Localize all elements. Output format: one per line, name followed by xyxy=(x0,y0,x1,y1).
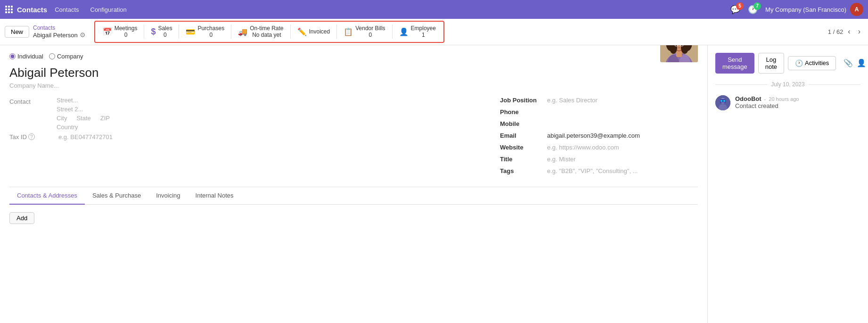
right-col: Job Position e.g. Sales Director Phone M… xyxy=(500,97,698,179)
country-field[interactable]: Country xyxy=(57,124,486,131)
tab-contacts-addresses[interactable]: Contacts & Addresses xyxy=(9,187,85,205)
title-field[interactable]: e.g. Mister xyxy=(547,156,698,163)
attachment-icon[interactable]: 📎 xyxy=(843,58,853,67)
contact-photo-area[interactable] xyxy=(660,45,698,62)
app-grid-icon[interactable] xyxy=(5,5,13,14)
email-field[interactable]: abigail.peterson39@example.com xyxy=(547,132,698,139)
ontime-count: No data yet xyxy=(250,32,283,38)
page-separator: / xyxy=(833,28,836,35)
activity-notification-icon[interactable]: 🕐 7 xyxy=(748,5,758,15)
company-switcher[interactable]: My Company (San Francisco) xyxy=(765,6,846,13)
vendor-bills-label: Vendor Bills xyxy=(355,25,385,32)
svg-rect-1 xyxy=(8,6,10,8)
smart-btn-sales[interactable]: $ Sales 0 xyxy=(146,23,177,41)
job-position-field[interactable]: e.g. Sales Director xyxy=(547,97,698,104)
city-field[interactable]: City xyxy=(57,115,67,122)
message-body: OdooBot - 20 hours ago Contact created xyxy=(735,95,860,110)
website-field[interactable]: e.g. https://www.odoo.com xyxy=(547,144,698,151)
company-name-field[interactable]: Company Name... xyxy=(9,82,698,89)
action-bar: New Contacts Abigail Peterson ⚙ 📅 Meetin… xyxy=(0,19,868,45)
ontime-label: On-time Rate xyxy=(250,25,283,32)
smart-btn-invoiced[interactable]: ✏️ Invoiced xyxy=(293,25,335,38)
website-row: Website e.g. https://www.odoo.com xyxy=(500,144,698,151)
next-page-button[interactable]: › xyxy=(855,26,863,37)
smart-buttons-bar: 📅 Meetings 0 $ Sales 0 💳 Purchases 0 xyxy=(94,21,444,43)
tab-sales-purchase[interactable]: Sales & Purchase xyxy=(85,187,148,205)
smart-btn-meetings[interactable]: 📅 Meetings 0 xyxy=(98,23,142,41)
employee-label: Employee xyxy=(411,25,436,32)
separator xyxy=(336,25,337,39)
svg-rect-7 xyxy=(8,11,10,13)
job-position-row: Job Position e.g. Sales Director xyxy=(500,97,698,104)
settings-gear-icon[interactable]: ⚙ xyxy=(80,31,86,39)
svg-rect-8 xyxy=(11,11,13,13)
tax-id-row: Tax ID ? e.g. BE0477472701 xyxy=(9,133,486,141)
message-notification-icon[interactable]: 💬 5 xyxy=(730,5,740,15)
smart-btn-purchases[interactable]: 💳 Purchases 0 xyxy=(181,23,229,41)
sales-icon: $ xyxy=(151,27,156,37)
sales-label: Sales xyxy=(158,25,172,32)
svg-rect-6 xyxy=(5,11,7,13)
contact-type-group: Individual Company xyxy=(9,53,651,60)
chatter-area: Send message Log note 🕐 Activities 📎 👤 0… xyxy=(708,45,868,323)
street2-field[interactable]: Street 2... xyxy=(57,106,486,113)
contact-photo xyxy=(660,45,698,62)
phone-row: Phone xyxy=(500,108,698,116)
add-button[interactable]: Add xyxy=(9,212,34,224)
new-button[interactable]: New xyxy=(5,26,29,38)
separator xyxy=(144,25,144,39)
purchases-label: Purchases xyxy=(197,25,224,32)
individual-label: Individual xyxy=(17,53,43,60)
tags-field[interactable]: e.g. "B2B", "VIP", "Consulting", ... xyxy=(547,167,698,174)
title-label: Title xyxy=(500,156,547,163)
message-time-sep: - xyxy=(764,96,766,102)
phone-label: Phone xyxy=(500,108,547,116)
tags-label: Tags xyxy=(500,167,547,174)
tabs-section: Contacts & Addresses Sales & Purchase In… xyxy=(9,187,698,232)
left-col: Contact Street... Street 2... City State… xyxy=(9,97,486,179)
breadcrumb-current: Abigail Peterson xyxy=(33,32,78,39)
log-note-button[interactable]: Log note xyxy=(758,53,784,74)
follower-icon[interactable]: 👤 xyxy=(857,58,866,67)
tax-id-field[interactable]: e.g. BE0477472701 xyxy=(58,133,113,141)
job-position-label: Job Position xyxy=(500,97,547,104)
zip-field[interactable]: ZIP xyxy=(100,115,110,122)
calendar-icon: 📅 xyxy=(103,27,112,36)
user-avatar[interactable]: A xyxy=(850,3,863,16)
activities-button[interactable]: 🕐 Activities xyxy=(788,56,836,70)
company-radio-label[interactable]: Company xyxy=(49,53,83,60)
message-header: OdooBot - 20 hours ago xyxy=(735,95,860,102)
svg-rect-32 xyxy=(721,102,725,103)
tax-id-help-icon[interactable]: ? xyxy=(28,133,35,140)
website-label: Website xyxy=(500,144,547,151)
breadcrumb-parent[interactable]: Contacts xyxy=(33,25,86,31)
nav-right: 💬 5 🕐 7 My Company (San Francisco) A xyxy=(730,3,863,16)
email-row: Email abigail.peterson39@example.com xyxy=(500,132,698,139)
tab-invoicing[interactable]: Invoicing xyxy=(148,187,188,205)
purchases-count: 0 xyxy=(197,32,224,38)
smart-btn-employee[interactable]: 👤 Employee 1 xyxy=(394,23,441,41)
individual-radio[interactable] xyxy=(9,53,16,59)
date-divider: July 10, 2023 xyxy=(715,81,860,88)
nav-configuration[interactable]: Configuration xyxy=(87,4,131,15)
individual-radio-label[interactable]: Individual xyxy=(9,53,43,60)
street-field[interactable]: Street... xyxy=(57,97,486,104)
contact-label: Contact xyxy=(9,97,57,105)
contact-name[interactable]: Abigail Peterson xyxy=(9,66,698,80)
smart-btn-vendor-bills[interactable]: 📋 Vendor Bills 0 xyxy=(339,23,390,41)
message-time: 20 hours ago xyxy=(769,96,799,102)
nav-contacts[interactable]: Contacts xyxy=(51,4,82,15)
delivery-icon: 🚚 xyxy=(238,27,247,36)
tab-internal-notes[interactable]: Internal Notes xyxy=(188,187,241,205)
tags-row: Tags e.g. "B2B", "VIP", "Consulting", ..… xyxy=(500,167,698,174)
send-message-button[interactable]: Send message xyxy=(715,53,754,74)
prev-page-button[interactable]: ‹ xyxy=(845,26,853,37)
state-field[interactable]: State xyxy=(76,115,90,122)
vendor-bills-count: 0 xyxy=(355,32,385,38)
message-badge-count: 5 xyxy=(736,2,744,10)
top-nav: Contacts Contacts Configuration 💬 5 🕐 7 … xyxy=(0,0,868,19)
smart-btn-ontime[interactable]: 🚚 On-time Rate No data yet xyxy=(233,23,288,41)
form-two-col: Contact Street... Street 2... City State… xyxy=(9,97,698,179)
company-radio[interactable] xyxy=(49,53,55,59)
activities-clock-icon: 🕐 xyxy=(795,59,803,67)
